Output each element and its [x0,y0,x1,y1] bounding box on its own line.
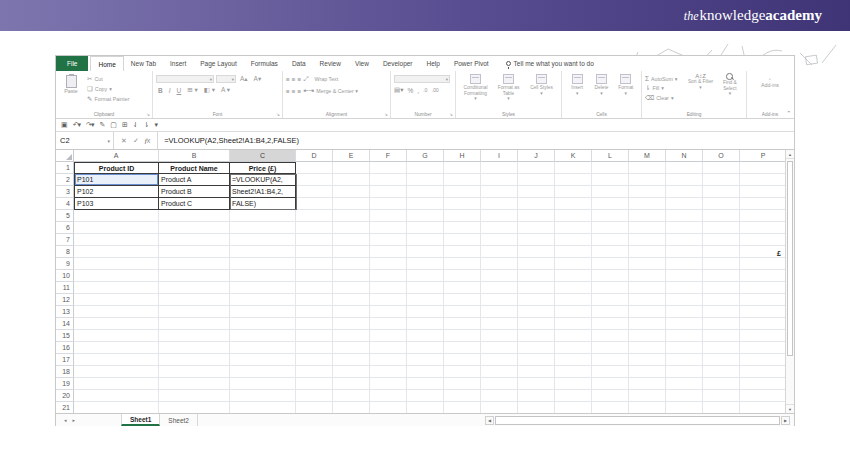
align-middle-icon[interactable]: ≡ [292,76,296,83]
cell-K15[interactable] [555,330,592,342]
cell-B5[interactable] [159,210,230,222]
cell-J21[interactable] [518,402,555,414]
cell-I12[interactable] [481,294,518,306]
cell-I1[interactable] [481,162,518,174]
cell-B4[interactable]: Product C [159,198,230,210]
find-select-button[interactable]: Find & Select▾ [717,73,743,109]
cell-E11[interactable] [333,282,370,294]
cell-A5[interactable] [74,210,159,222]
cell-I21[interactable] [481,402,518,414]
row-header-14[interactable]: 14 [56,318,74,330]
cell-M8[interactable] [629,246,666,258]
cell-B2[interactable]: Product A [159,174,230,186]
cell-K9[interactable] [555,258,592,270]
cell-J8[interactable] [518,246,555,258]
row-header-17[interactable]: 17 [56,354,74,366]
scroll-right-icon[interactable]: ▶ [781,416,790,425]
cell-M10[interactable] [629,270,666,282]
cell-D16[interactable] [296,342,333,354]
fill-button[interactable]: ⇂Fill▾ [645,84,684,92]
cell-M19[interactable] [629,378,666,390]
cell-B3[interactable]: Product B [159,186,230,198]
column-header-A[interactable]: A [74,150,159,162]
cell-I9[interactable] [481,258,518,270]
cell-C17[interactable] [230,354,296,366]
cell-M7[interactable] [629,234,666,246]
cell-A4[interactable]: P103 [74,198,159,210]
cell-M4[interactable] [629,198,666,210]
cell-E8[interactable] [333,246,370,258]
cell-M13[interactable] [629,306,666,318]
row-header-6[interactable]: 6 [56,222,74,234]
cell-E9[interactable] [333,258,370,270]
horizontal-scrollbar[interactable]: ◀ ▶ [485,416,790,425]
cell-M2[interactable] [629,174,666,186]
cell-O11[interactable] [703,282,740,294]
cell-L1[interactable] [592,162,629,174]
column-header-J[interactable]: J [518,150,555,162]
cell-J3[interactable] [518,186,555,198]
cell-G13[interactable] [407,306,444,318]
cell-I19[interactable] [481,378,518,390]
percent-format-icon[interactable]: % [407,87,413,94]
cell-P5[interactable] [740,210,787,222]
cell-P7[interactable] [740,234,787,246]
name-box[interactable]: C2 ▾ [56,132,114,149]
cell-O6[interactable] [703,222,740,234]
ribbon-tab-power-pivot[interactable]: Power Pivot [447,56,496,71]
italic-button[interactable]: I [167,87,173,94]
sheet-tab-sheet2[interactable]: Sheet2 [160,414,198,426]
cell-B20[interactable] [159,390,230,402]
cell-K20[interactable] [555,390,592,402]
cell-A9[interactable] [74,258,159,270]
cell-J5[interactable] [518,210,555,222]
cell-F17[interactable] [370,354,407,366]
font-dialog-launcher[interactable]: ⇘ [276,112,280,117]
cell-C14[interactable] [230,318,296,330]
cell-J15[interactable] [518,330,555,342]
cell-P11[interactable] [740,282,787,294]
cell-L15[interactable] [592,330,629,342]
cell-M6[interactable] [629,222,666,234]
cell-E5[interactable] [333,210,370,222]
cell-A8[interactable] [74,246,159,258]
cell-H19[interactable] [444,378,481,390]
cell-F20[interactable] [370,390,407,402]
cell-H13[interactable] [444,306,481,318]
cell-L21[interactable] [592,402,629,414]
cell-D20[interactable] [296,390,333,402]
cell-A7[interactable] [74,234,159,246]
row-header-20[interactable]: 20 [56,390,74,402]
cell-G9[interactable] [407,258,444,270]
cell-K4[interactable] [555,198,592,210]
row-header-5[interactable]: 5 [56,210,74,222]
row-header-18[interactable]: 18 [56,366,74,378]
cell-K1[interactable] [555,162,592,174]
cell-I11[interactable] [481,282,518,294]
cell-I16[interactable] [481,342,518,354]
cell-O18[interactable] [703,366,740,378]
cell-I7[interactable] [481,234,518,246]
cell-H5[interactable] [444,210,481,222]
insert-cells-button[interactable]: Insert▾ [565,74,589,109]
clipboard-dialog-launcher[interactable]: ⇘ [146,112,150,117]
cell-B1[interactable]: Product Name [159,162,230,174]
borders-grid-icon[interactable]: ⊞ [122,121,127,129]
cell-H18[interactable] [444,366,481,378]
cell-C15[interactable] [230,330,296,342]
cell-F3[interactable] [370,186,407,198]
sort-descending-icon[interactable]: ⇂ [144,121,149,129]
cell-J10[interactable] [518,270,555,282]
cell-F18[interactable] [370,366,407,378]
font-size-select[interactable]: ▾ [216,75,236,83]
align-right-icon[interactable]: ≡ [298,88,302,95]
cell-I2[interactable] [481,174,518,186]
cell-J9[interactable] [518,258,555,270]
cell-D9[interactable] [296,258,333,270]
cell-K8[interactable] [555,246,592,258]
cell-C10[interactable] [230,270,296,282]
cell-O2[interactable] [703,174,740,186]
cell-A19[interactable] [74,378,159,390]
cell-G21[interactable] [407,402,444,414]
column-header-C[interactable]: C [230,150,296,162]
